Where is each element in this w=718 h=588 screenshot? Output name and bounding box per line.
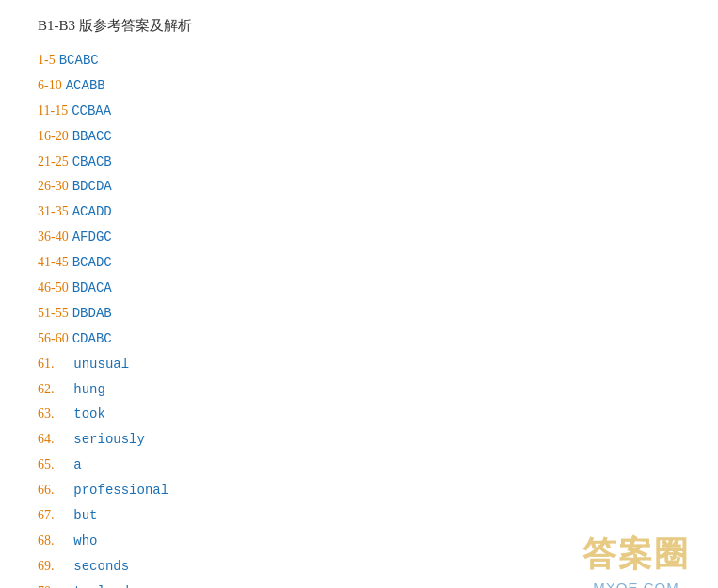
watermark-bottom: MXQE.COM	[582, 580, 690, 588]
mc-answers: BCABC	[59, 53, 99, 68]
mc-row: 16-20BBACC	[38, 124, 690, 150]
fill-answer: took	[58, 406, 105, 421]
fill-answer: to land	[58, 584, 130, 588]
mc-answers: BDCDA	[72, 179, 112, 194]
fill-row: 64. seriously	[38, 427, 690, 453]
fill-row: 61. unusual	[38, 352, 690, 377]
range-label: 51-55	[38, 306, 69, 320]
fill-row: 63. took	[38, 402, 690, 427]
range-label: 1-5	[38, 53, 56, 67]
mc-answers: CCBAA	[72, 103, 111, 119]
range-label: 36-40	[38, 230, 69, 244]
fill-row: 67. but	[38, 503, 690, 529]
fill-row: 62. hung	[38, 377, 690, 403]
fill-num: 65.	[38, 457, 55, 471]
fill-num: 64.	[38, 432, 55, 446]
mc-section: 1-5BCABC6-10ACABB11-15CCBAA16-20BBACC21-…	[38, 48, 690, 352]
mc-row: 21-25CBACB	[38, 150, 690, 175]
mc-answers: BBACC	[72, 129, 112, 144]
mc-row: 6-10ACABB	[38, 73, 690, 99]
mc-answers: BCADC	[72, 255, 112, 270]
mc-row: 31-35ACADD	[38, 199, 690, 225]
page-title: B1-B3 版参考答案及解析	[38, 17, 690, 35]
fill-row: 66. professional	[38, 478, 690, 503]
fill-num: 63.	[38, 406, 55, 421]
mc-row: 51-55DBDAB	[38, 301, 690, 326]
fill-answer: who	[58, 533, 98, 548]
fill-num: 70.	[38, 584, 55, 588]
mc-row: 46-50BDACA	[38, 276, 690, 301]
range-label: 31-35	[38, 204, 69, 218]
fill-num: 62.	[38, 382, 55, 396]
fill-answer: seriously	[58, 432, 145, 447]
mc-answers: ACADD	[72, 204, 112, 219]
range-label: 6-10	[38, 78, 62, 92]
range-label: 16-20	[38, 129, 69, 143]
fill-answer: hung	[58, 382, 105, 397]
fill-num: 68.	[38, 533, 55, 548]
range-label: 26-30	[38, 179, 69, 193]
fill-num: 67.	[38, 508, 55, 522]
fill-answer: professional	[58, 483, 169, 498]
fill-answer: unusual	[58, 357, 130, 372]
mc-row: 1-5BCABC	[38, 48, 690, 73]
mc-row: 11-15CCBAA	[38, 99, 690, 124]
mc-answers: AFDGC	[72, 230, 112, 245]
fill-row: 65. a	[38, 453, 690, 478]
fill-num: 61.	[38, 357, 55, 371]
range-label: 21-25	[38, 154, 69, 168]
fill-answer: but	[58, 508, 98, 523]
mc-answers: DBDAB	[72, 306, 112, 321]
fill-answer: a	[58, 457, 82, 472]
mc-answers: CDABC	[72, 331, 112, 346]
mc-answers: CBACB	[72, 154, 112, 169]
mc-row: 41-45BCADC	[38, 250, 690, 276]
mc-row: 26-30BDCDA	[38, 174, 690, 199]
watermark-top: 答案圈	[582, 532, 690, 578]
fill-answer: seconds	[58, 559, 130, 574]
mc-row: 56-60CDABC	[38, 326, 690, 352]
range-label: 46-50	[38, 280, 69, 294]
watermark: 答案圈 MXQE.COM	[582, 532, 690, 588]
mc-answers: BDACA	[72, 280, 112, 295]
mc-answers: ACABB	[66, 78, 105, 93]
mc-row: 36-40AFDGC	[38, 225, 690, 250]
fill-num: 69.	[38, 559, 55, 573]
range-label: 11-15	[38, 103, 68, 118]
range-label: 41-45	[38, 255, 69, 269]
main-content: B1-B3 版参考答案及解析 1-5BCABC6-10ACABB11-15CCB…	[0, 0, 718, 588]
range-label: 56-60	[38, 331, 69, 345]
fill-num: 66.	[38, 483, 55, 497]
